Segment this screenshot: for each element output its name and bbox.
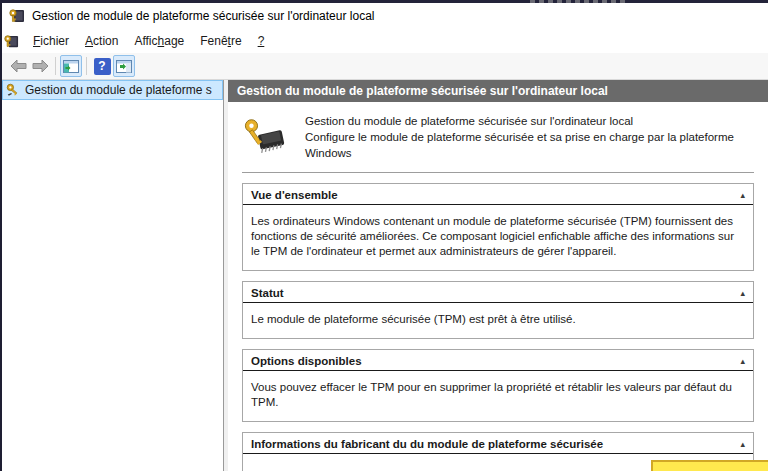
section-manufacturer-title: Informations du fabricant du du module d… [251, 438, 603, 450]
section-overview: Vue d'ensemble ▴ Les ordinateurs Windows… [242, 183, 754, 271]
console-panes: Gestion du module de plateforme s Gestio… [2, 80, 768, 471]
banner-line1: Gestion du module de plateforme sécurisé… [305, 113, 752, 129]
spec-version-highlight: Version de la spécification : 2.0 [651, 460, 768, 471]
tpm-key-chip-icon [244, 116, 287, 158]
section-status: Statut ▴ Le module de plateforme sécuris… [242, 281, 754, 339]
toolbar-separator [55, 57, 56, 75]
menu-bar: Fichier Action Affichage Fenêtre ? [2, 29, 768, 53]
section-manufacturer: Informations du fabricant du du module d… [242, 432, 754, 471]
section-options-title: Options disponibles [251, 355, 362, 367]
banner-line2: Configure le module de plateforme sécuri… [305, 129, 752, 161]
content-pane-title: Gestion du module de plateforme sécurisé… [237, 84, 608, 98]
section-overview-title: Vue d'ensemble [251, 189, 338, 201]
show-console-tree-button[interactable] [60, 55, 82, 77]
menu-action[interactable]: Action [77, 31, 126, 51]
top-edge-artifact [530, 0, 625, 3]
manufacturer-info-row: Nom du fabricant : INTC Version du fabri… [243, 454, 753, 471]
collapse-icon[interactable]: ▴ [740, 357, 745, 366]
section-options-header: Options disponibles ▴ [243, 350, 753, 371]
banner-divider [242, 172, 754, 173]
toolbar: ? [2, 53, 768, 80]
tree-item-label: Gestion du module de plateforme s [25, 83, 212, 97]
screen-top-edge [0, 0, 768, 3]
section-overview-body: Les ordinateurs Windows contenant un mod… [243, 205, 753, 270]
tpm-banner-text: Gestion du module de plateforme sécurisé… [305, 113, 752, 161]
menu-fichier[interactable]: Fichier [25, 31, 77, 51]
tpm-banner: Gestion du module de plateforme sécurisé… [242, 102, 754, 172]
tpm-management-window: Gestion de module de plateforme sécurisé… [0, 3, 768, 471]
collapse-icon[interactable]: ▴ [740, 440, 745, 449]
console-tree-icon [63, 60, 79, 73]
menu-help[interactable]: ? [250, 31, 273, 51]
forward-arrow-icon [32, 59, 49, 73]
action-pane-icon [116, 60, 132, 73]
tpm-key-icon [6, 83, 20, 97]
menu-affichage[interactable]: Affichage [126, 31, 192, 51]
section-options-body: Vous pouvez effacer le TPM pour en suppr… [243, 371, 753, 421]
menu-fenetre[interactable]: Fenêtre [192, 31, 249, 51]
tpm-content: Gestion du module de plateforme sécurisé… [228, 102, 768, 471]
content-pane-header: Gestion du module de plateforme sécurisé… [228, 80, 768, 102]
forward-button[interactable] [29, 55, 51, 77]
console-key-icon [4, 34, 19, 49]
window-title: Gestion de module de plateforme sécurisé… [32, 9, 374, 23]
section-options: Options disponibles ▴ Vous pouvez efface… [242, 349, 754, 422]
back-button[interactable] [7, 55, 29, 77]
collapse-icon[interactable]: ▴ [740, 191, 745, 200]
back-arrow-icon [10, 59, 27, 73]
section-status-body: Le module de plateforme sécurisée (TPM) … [243, 303, 753, 338]
show-action-pane-button[interactable] [113, 55, 135, 77]
section-status-title: Statut [251, 287, 284, 299]
collapse-icon[interactable]: ▴ [740, 289, 745, 298]
toolbar-separator [86, 57, 87, 75]
title-bar: Gestion de module de plateforme sécurisé… [2, 3, 768, 29]
section-status-header: Statut ▴ [243, 282, 753, 303]
app-key-icon [9, 8, 25, 24]
help-button[interactable]: ? [91, 55, 113, 77]
section-manufacturer-header: Informations du fabricant du du module d… [243, 433, 753, 454]
tree-item-tpm-management[interactable]: Gestion du module de plateforme s [2, 80, 223, 100]
help-icon: ? [94, 58, 111, 75]
content-pane: Gestion du module de plateforme sécurisé… [228, 80, 768, 471]
console-tree-pane: Gestion du module de plateforme s [2, 80, 224, 471]
section-overview-header: Vue d'ensemble ▴ [243, 184, 753, 205]
